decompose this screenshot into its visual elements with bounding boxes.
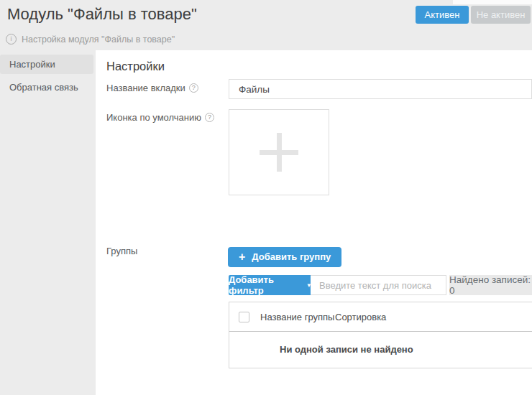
top-right-strip <box>453 0 532 4</box>
info-icon: i <box>6 34 17 45</box>
records-found-badge: Найдено записей: 0 <box>449 275 532 295</box>
empty-message: Ни одной записи не найдено <box>229 332 532 368</box>
default-icon-label: Иконка по умолчанию ? <box>106 112 214 123</box>
add-filter-label: Добавить фильтр <box>229 274 303 296</box>
tab-name-input[interactable] <box>229 79 532 99</box>
breadcrumb-text: Настройка модуля "Файлы в товаре" <box>22 34 175 45</box>
add-group-button[interactable]: + Добавить группу <box>228 247 341 267</box>
search-input[interactable] <box>311 275 446 295</box>
sidebar-item-feedback[interactable]: Обратная связь <box>0 78 93 97</box>
help-icon[interactable]: ? <box>189 83 198 93</box>
breadcrumb: i Настройка модуля "Файлы в товаре" <box>6 34 175 45</box>
module-settings-page: Модуль "Файлы в товаре" Активен Не актив… <box>0 0 532 395</box>
active-button[interactable]: Активен <box>416 6 469 24</box>
page-title: Модуль "Файлы в товаре" <box>7 5 197 24</box>
filter-toolbar: Добавить фильтр ▾ Найдено записей: 0 <box>229 275 532 295</box>
sidebar-item-settings[interactable]: Настройки <box>0 55 93 74</box>
inactive-button[interactable]: Не активен <box>471 6 531 24</box>
tab-name-label: Название вкладки ? <box>106 83 198 93</box>
select-all-checkbox[interactable] <box>239 312 249 322</box>
groups-label: Группы <box>106 246 137 256</box>
plus-icon: + <box>239 247 245 267</box>
content-panel: Настройки Название вкладки ? Иконка по у… <box>96 50 532 395</box>
table-header-row: Название группы Сортировка <box>229 302 532 332</box>
add-filter-button[interactable]: Добавить фильтр ▾ <box>229 275 311 295</box>
plus-icon <box>260 133 298 172</box>
groups-table: Название группы Сортировка Ни одной запи… <box>229 302 532 368</box>
help-icon[interactable]: ? <box>205 113 214 122</box>
column-header-group-name: Название группы <box>260 302 334 332</box>
icon-upload-dropzone[interactable] <box>229 109 329 195</box>
column-header-sorting: Сортировка <box>335 302 386 332</box>
section-heading: Настройки <box>106 60 165 73</box>
add-group-label: Добавить группу <box>252 247 331 267</box>
